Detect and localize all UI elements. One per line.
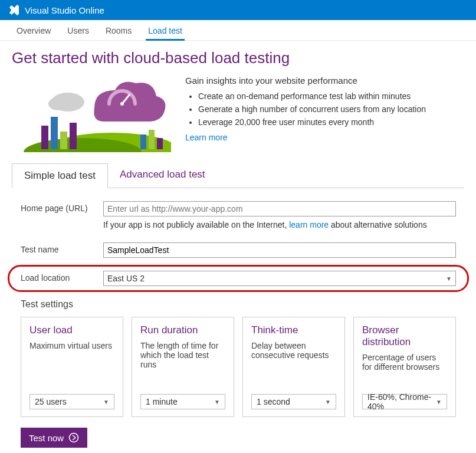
caret-down-icon: ▼ — [325, 399, 331, 405]
card-title: Browser distribution — [362, 324, 447, 348]
row-testname: Test name — [21, 242, 456, 258]
caret-down-icon: ▼ — [214, 399, 220, 405]
svg-point-6 — [48, 97, 67, 110]
testname-input[interactable] — [103, 242, 456, 258]
label-testname: Test name — [21, 242, 103, 254]
tab-advanced-load-test[interactable]: Advanced load test — [108, 163, 217, 188]
run-duration-value: 1 minute — [146, 397, 178, 406]
row-location: Load location East US 2 ▼ — [21, 271, 456, 286]
svg-point-14 — [70, 434, 78, 442]
think-time-value: 1 second — [257, 397, 290, 406]
page-body: Get started with cloud-based load testin… — [0, 41, 476, 453]
label-location: Load location — [21, 271, 103, 283]
browser-dist-select[interactable]: IE-60%, Chrome-40% ▼ — [362, 394, 447, 409]
form-body: Home page (URL) If your app is not publi… — [12, 188, 464, 453]
settings-title: Test settings — [21, 299, 456, 310]
nav-tab-load-test[interactable]: Load test — [140, 20, 191, 40]
card-desc: The length of time for which the load te… — [140, 341, 225, 387]
url-hint: If your app is not publicly available on… — [103, 220, 456, 229]
settings-cards: User load Maximum virtual users 25 users… — [21, 317, 456, 417]
card-run-duration: Run duration The length of time for whic… — [132, 317, 234, 417]
browser-dist-value: IE-60%, Chrome-40% — [367, 392, 436, 411]
url-input[interactable] — [103, 201, 456, 216]
intro-illustration — [12, 76, 171, 152]
user-load-select[interactable]: 25 users ▼ — [29, 394, 114, 409]
think-time-select[interactable]: 1 second ▼ — [251, 394, 336, 409]
card-user-load: User load Maximum virtual users 25 users… — [21, 317, 123, 417]
card-browser-dist: Browser distribution Percentage of users… — [353, 317, 456, 417]
svg-marker-0 — [9, 5, 19, 15]
label-url: Home page (URL) — [21, 201, 103, 213]
card-think-time: Think-time Delay between consecutive req… — [242, 317, 345, 417]
intro-bullet: Generate a high number of concurrent use… — [198, 104, 464, 114]
card-desc: Percentage of users for different browse… — [362, 353, 447, 387]
card-desc: Delay between consecutive requests — [251, 341, 336, 387]
svg-rect-13 — [157, 138, 163, 149]
card-title: Think-time — [251, 324, 336, 336]
nav-tab-rooms[interactable]: Rooms — [97, 20, 140, 40]
svg-rect-10 — [70, 123, 77, 149]
intro-bullets: Create an on-demand performance test lab… — [185, 91, 464, 127]
brand-label: Visual Studio Online — [25, 5, 104, 15]
url-hint-post: about alternative solutions — [329, 220, 427, 229]
intro-bullet: Leverage 20,000 free user minutes every … — [198, 117, 464, 127]
location-select[interactable]: East US 2 ▼ — [103, 271, 456, 286]
intro-bullet: Create an on-demand performance test lab… — [198, 91, 464, 101]
caret-down-icon: ▼ — [103, 399, 109, 405]
page-title: Get started with cloud-based load testin… — [12, 49, 464, 67]
nav-tabs: Overview Users Rooms Load test — [0, 20, 476, 41]
vs-logo-icon — [8, 4, 20, 16]
nav-tab-overview[interactable]: Overview — [8, 20, 59, 40]
row-url: Home page (URL) If your app is not publi… — [21, 201, 456, 229]
test-now-button[interactable]: Test now — [21, 428, 87, 448]
svg-rect-12 — [149, 130, 155, 149]
card-title: Run duration — [140, 324, 225, 336]
user-load-value: 25 users — [35, 397, 67, 406]
card-title: User load — [29, 324, 114, 336]
topbar: Visual Studio Online — [0, 0, 476, 20]
intro-lead: Gain insights into your website performa… — [185, 76, 464, 86]
svg-rect-8 — [51, 117, 58, 149]
svg-rect-9 — [60, 132, 67, 149]
card-desc: Maximum virtual users — [29, 341, 114, 387]
test-now-label: Test now — [29, 433, 64, 443]
arrow-right-circle-icon — [68, 432, 79, 443]
svg-rect-11 — [140, 134, 146, 149]
svg-rect-7 — [41, 126, 48, 149]
caret-down-icon: ▼ — [436, 399, 442, 405]
url-hint-pre: If your app is not publicly available on… — [103, 220, 289, 229]
run-duration-select[interactable]: 1 minute ▼ — [140, 394, 225, 409]
nav-tab-users[interactable]: Users — [59, 20, 97, 40]
location-value: East US 2 — [107, 274, 145, 283]
form-tabs: Simple load test Advanced load test — [12, 163, 464, 188]
caret-down-icon: ▼ — [446, 275, 452, 282]
url-hint-link[interactable]: learn more — [289, 220, 329, 229]
intro-section: Gain insights into your website performa… — [12, 76, 464, 152]
learn-more-link[interactable]: Learn more — [185, 133, 228, 142]
intro-copy: Gain insights into your website performa… — [185, 76, 464, 152]
tab-simple-load-test[interactable]: Simple load test — [12, 163, 108, 188]
svg-point-4 — [120, 102, 124, 106]
